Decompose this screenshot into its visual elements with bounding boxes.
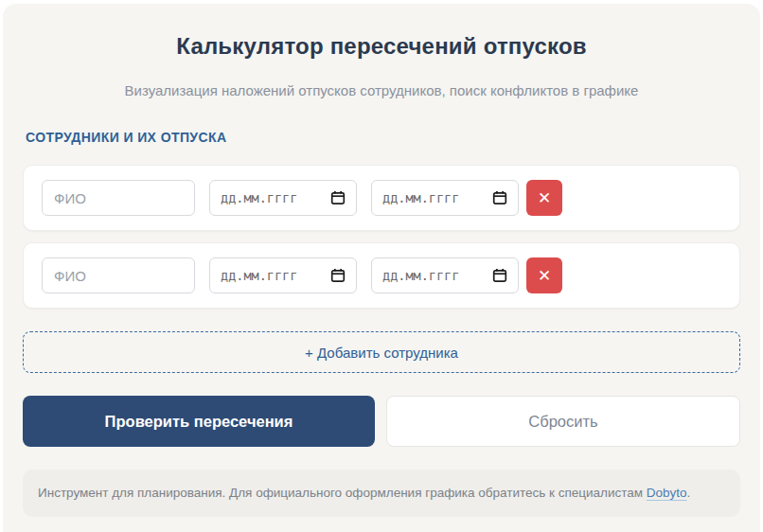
- actions-bar: Проверить пересечения Сбросить: [23, 396, 740, 447]
- page-subtitle: Визуализация наложений отпусков сотрудни…: [23, 81, 740, 100]
- close-icon: ✕: [538, 268, 551, 284]
- footer-text: Инструмент для планирования. Для официал…: [38, 486, 643, 500]
- date-placeholder: дд.мм.гггг: [221, 268, 297, 283]
- vacation-end-date-input[interactable]: дд.мм.гггг: [371, 180, 519, 216]
- page-title: Калькулятор пересечений отпусков: [23, 32, 740, 61]
- footer-disclaimer: Инструмент для планирования. Для официал…: [23, 470, 740, 517]
- vacation-start-date-input[interactable]: дд.мм.гггг: [209, 257, 357, 293]
- footer-suffix: .: [687, 486, 691, 500]
- calendar-icon[interactable]: [330, 268, 346, 283]
- employees-section-heading: СОТРУДНИКИ И ИХ ОТПУСКА: [23, 130, 740, 145]
- vacation-start-date-input[interactable]: дд.мм.гггг: [209, 180, 357, 216]
- calendar-icon[interactable]: [492, 190, 507, 205]
- employee-row: дд.мм.гггг дд.мм.гггг: [23, 165, 740, 231]
- check-overlaps-button[interactable]: Проверить пересечения: [23, 396, 375, 447]
- add-employee-button[interactable]: + Добавить сотрудника: [23, 331, 740, 373]
- calendar-icon[interactable]: [492, 268, 507, 283]
- vacation-end-date-input[interactable]: дд.мм.гггг: [371, 257, 519, 293]
- date-placeholder: дд.мм.гггг: [382, 190, 459, 205]
- employee-name-input[interactable]: [42, 257, 195, 293]
- remove-employee-button[interactable]: ✕: [526, 257, 562, 293]
- reset-button[interactable]: Сбросить: [386, 396, 740, 447]
- date-placeholder: дд.мм.гггг: [382, 268, 459, 283]
- vacation-calculator-app: Калькулятор пересечений отпусков Визуали…: [3, 4, 760, 532]
- dobyto-link[interactable]: Dobyto: [647, 486, 687, 500]
- remove-employee-button[interactable]: ✕: [526, 180, 562, 216]
- date-placeholder: дд.мм.гггг: [221, 190, 297, 205]
- calendar-icon[interactable]: [330, 190, 346, 205]
- employee-name-input[interactable]: [42, 180, 195, 216]
- close-icon: ✕: [538, 190, 551, 206]
- employee-row: дд.мм.гггг дд.мм.гггг: [23, 242, 740, 309]
